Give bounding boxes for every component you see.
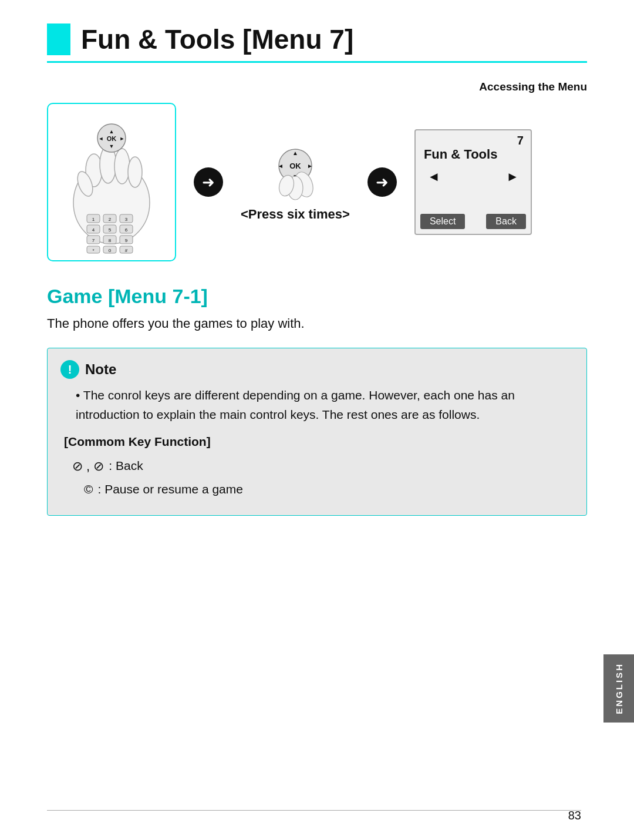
svg-text:#: #	[125, 248, 128, 253]
ok-button-diagram: OK ▲ ▼ ◄ ► <Press six times>	[241, 142, 350, 222]
arrow-right-icon: ➜	[194, 167, 223, 197]
title-accent	[47, 23, 70, 55]
svg-text:0: 0	[109, 248, 112, 253]
key-back-row: ⊘ , ⊘ : Back	[72, 456, 570, 476]
bottom-line	[47, 810, 581, 811]
key-pause-label: : Pause or resume a game	[97, 480, 242, 499]
key-back-icon: ⊘ , ⊘	[72, 456, 104, 476]
svg-text:◄: ◄	[278, 163, 284, 169]
key-pause-icon: ©	[84, 480, 93, 499]
title-bar: Fun & Tools [Menu 7]	[47, 23, 587, 63]
press-label: <Press six times>	[241, 207, 350, 222]
svg-text:4: 4	[92, 227, 95, 233]
left-arrow-icon: ◄	[427, 169, 440, 184]
diagram-row: OK ▲ ▼ ◄ ► 1 2 3 4 5 6	[47, 103, 587, 261]
svg-text:◄: ◄	[99, 136, 104, 142]
svg-point-4	[128, 157, 142, 187]
svg-text:▼: ▼	[109, 143, 114, 149]
note-title: Note	[85, 361, 116, 378]
screen-title: Fun & Tools	[420, 147, 526, 162]
svg-text:►: ►	[120, 136, 125, 142]
section-heading: Game [Menu 7-1]	[47, 285, 587, 308]
right-arrow-icon: ►	[506, 169, 519, 184]
svg-text:*: *	[92, 248, 94, 253]
phone-screen-mockup: 7 Fun & Tools ◄ ► Select Back	[414, 129, 532, 235]
svg-text:9: 9	[125, 238, 128, 243]
svg-text:2: 2	[109, 217, 112, 222]
svg-text:►: ►	[307, 163, 313, 169]
page-number: 83	[568, 809, 581, 822]
page-title: Fun & Tools [Menu 7]	[81, 23, 353, 55]
note-header: ! Note	[60, 360, 570, 379]
svg-text:8: 8	[109, 238, 112, 243]
svg-text:OK: OK	[289, 162, 301, 170]
svg-text:OK: OK	[107, 135, 117, 142]
screen-buttons: Select Back	[420, 214, 526, 229]
svg-point-3	[114, 149, 130, 184]
select-button: Select	[420, 214, 465, 229]
section-description: The phone offers you the games to play w…	[47, 316, 587, 331]
phone-keypad-illustration: OK ▲ ▼ ◄ ► 1 2 3 4 5 6	[47, 103, 176, 261]
screen-number: 7	[517, 134, 524, 147]
screen-arrows: ◄ ►	[420, 169, 526, 184]
svg-text:5: 5	[109, 227, 112, 233]
note-bullet-text: The conrol keys are different depending …	[76, 386, 570, 424]
arrow-right-2-icon: ➜	[367, 167, 397, 197]
note-body: The conrol keys are different depending …	[64, 386, 570, 499]
english-sidebar: ENGLISH	[603, 654, 634, 723]
svg-text:▲: ▲	[292, 150, 298, 156]
key-back-label: : Back	[109, 456, 143, 476]
svg-text:3: 3	[125, 217, 128, 222]
english-label: ENGLISH	[614, 663, 624, 714]
key-function-title: [Commom Key Function]	[64, 432, 570, 452]
accessing-label: Accessing the Menu	[47, 80, 587, 93]
svg-text:▲: ▲	[109, 129, 114, 135]
note-box: ! Note The conrol keys are different dep…	[47, 348, 587, 516]
note-icon: !	[60, 360, 79, 379]
svg-text:1: 1	[92, 217, 95, 222]
svg-text:7: 7	[92, 238, 95, 243]
key-pause-row: © : Pause or resume a game	[72, 480, 570, 499]
back-button: Back	[486, 214, 526, 229]
svg-text:6: 6	[125, 227, 128, 233]
